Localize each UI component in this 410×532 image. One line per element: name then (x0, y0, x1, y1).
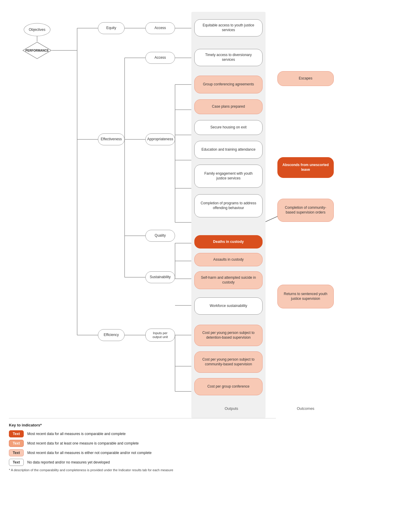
cost-community-label: Cost per young person subject to communi… (199, 357, 258, 367)
education-label: Education and training attendance (201, 147, 255, 152)
key-label-3: Text (13, 451, 20, 455)
output-family-engagement: Family engagement with youth justice ser… (194, 165, 263, 188)
quality-label: Quality (155, 233, 166, 238)
outputs-label-text: Outputs (225, 406, 238, 411)
group-conferencing-label: Group conferencing agreements (203, 82, 254, 87)
key-indicator-2: Text (9, 440, 24, 447)
returns-sentenced-label: Returns to sentenced youth justice super… (282, 292, 329, 301)
output-completion-programs: Completion of programs to address offend… (194, 194, 263, 217)
inputs-label: Inputs per output unit (150, 331, 171, 339)
equitable-access-label: Equitable access to youth justice servic… (199, 23, 258, 32)
outcome-absconds: Absconds from unescorted leave (277, 157, 334, 178)
output-workforce-sustainability: Workforce sustainability (194, 297, 263, 315)
output-group-conferencing: Group conferencing agreements (194, 76, 263, 93)
output-case-plans: Case plans prepared (194, 99, 263, 114)
outcome-returns-sentenced: Returns to sentenced youth justice super… (277, 285, 334, 308)
key-row-2: Text Most recent data for at least one m… (9, 440, 276, 447)
diagram-container: Objectives PERFORMANCE Equity Effectiven… (6, 6, 404, 478)
outcomes-label-text: Outcomes (297, 406, 314, 411)
case-plans-label: Case plans prepared (212, 104, 245, 109)
key-desc-2: Most recent data for at least one measur… (27, 441, 139, 445)
key-note: * A description of the comparability and… (9, 468, 276, 472)
main-diagram: Objectives PERFORMANCE Equity Effectiven… (9, 12, 395, 412)
output-secure-housing: Secure housing on exit (194, 120, 263, 135)
effectiveness-label: Effectiveness (101, 137, 122, 142)
output-cost-community: Cost per young person subject to communi… (194, 351, 263, 373)
performance-diamond: PERFORMANCE (22, 42, 52, 59)
workforce-sustainability-label: Workforce sustainability (210, 304, 247, 308)
key-section: Key to indicators* Text Most recent data… (9, 418, 276, 472)
output-equitable-access: Equitable access to youth justice servic… (194, 19, 263, 36)
cost-detention-label: Cost per young person subject to detenti… (199, 331, 258, 340)
outcome-escapes: Escapes (277, 71, 334, 86)
appropriateness-label: Appropriateness (147, 137, 173, 142)
subcat-access-effectiveness: Access (145, 52, 175, 64)
key-row-1: Text Most recent data for all measures i… (9, 430, 276, 437)
key-label-4: Text (13, 460, 20, 464)
equity-label: Equity (106, 26, 116, 31)
selfharm-custody-label: Self-harm and attempted suicide in custo… (199, 275, 258, 285)
deaths-custody-label: Deaths in custody (213, 240, 244, 244)
category-efficiency: Efficiency (98, 329, 125, 341)
access-eff-label: Access (155, 55, 166, 60)
sustainability-label: Sustainability (150, 275, 171, 280)
outcomes-col-label: Outcomes (277, 406, 334, 411)
key-desc-3: Most recent data for all measures is eit… (27, 451, 152, 455)
output-education: Education and training attendance (194, 141, 263, 159)
output-selfharm-custody: Self-harm and attempted suicide in custo… (194, 271, 263, 289)
absconds-label: Absconds from unescorted leave (282, 163, 329, 172)
assaults-custody-label: Assaults in custody (213, 257, 244, 262)
outcome-completion-community: Completion of community-based supervisio… (277, 199, 334, 222)
category-effectiveness: Effectiveness (98, 133, 125, 145)
completion-programs-label: Completion of programs to address offend… (199, 201, 258, 210)
key-label-2: Text (13, 441, 20, 445)
family-engagement-label: Family engagement with youth justice ser… (199, 171, 258, 181)
objectives-node: Objectives (24, 23, 50, 36)
subcat-access-equity: Access (145, 22, 175, 34)
timely-access-label: Timely access to diversionary services (199, 53, 258, 62)
key-title: Key to indicators* (9, 423, 276, 427)
escapes-label: Escapes (299, 76, 312, 81)
key-indicator-4: Text (9, 459, 24, 466)
efficiency-label: Efficiency (104, 333, 119, 337)
output-timely-access: Timely access to diversionary services (194, 49, 263, 66)
subcat-quality: Quality (145, 230, 175, 242)
completion-community-label: Completion of community-based supervisio… (282, 206, 329, 215)
category-equity: Equity (98, 22, 125, 34)
output-assaults-custody: Assaults in custody (194, 253, 263, 266)
subcat-appropriateness: Appropriateness (145, 133, 175, 145)
output-deaths-custody: Deaths in custody (194, 235, 263, 249)
key-indicator-3: Text (9, 449, 24, 456)
key-desc-4: No data reported and/or no measures yet … (27, 460, 110, 464)
subcat-inputs: Inputs per output unit (145, 329, 175, 342)
objectives-label: Objectives (29, 28, 45, 32)
key-label-1: Text (13, 432, 20, 436)
key-indicator-1: Text (9, 430, 24, 437)
performance-label: PERFORMANCE (26, 49, 49, 52)
access-equity-label: Access (155, 26, 166, 31)
outputs-col-label: Outputs (194, 406, 268, 411)
subcat-sustainability: Sustainability (145, 271, 175, 283)
cost-group-conf-label: Cost per group conference (207, 384, 250, 389)
key-row-3: Text Most recent data for all measures i… (9, 449, 276, 456)
output-cost-detention: Cost per young person subject to detenti… (194, 325, 263, 346)
secure-housing-label: Secure housing on exit (210, 125, 247, 130)
key-row-4: Text No data reported and/or no measures… (9, 459, 276, 466)
key-desc-1: Most recent data for all measures is com… (27, 432, 126, 436)
output-cost-group-conf: Cost per group conference (194, 378, 263, 395)
